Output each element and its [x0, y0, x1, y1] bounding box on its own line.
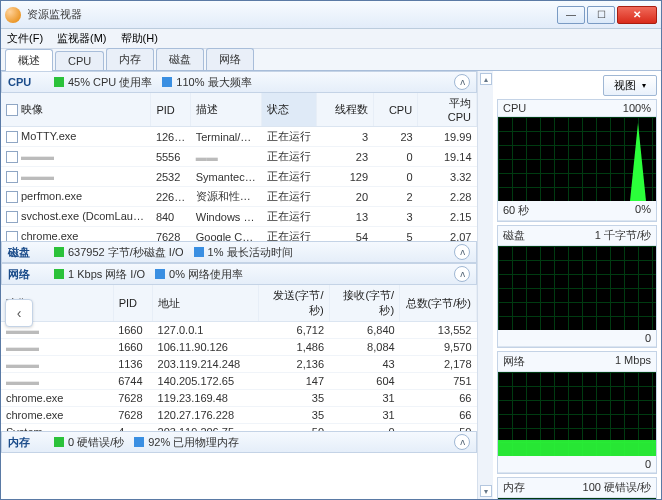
back-arrow-icon[interactable]: ‹: [5, 299, 33, 327]
cpu-section-header[interactable]: CPU 45% CPU 使用率 110% 最大频率 ʌ: [1, 71, 477, 93]
table-row[interactable]: ▬▬▬2532Symantec…正在运行12903.32: [1, 167, 477, 187]
chart-memory: 内存100 硬错误/秒: [497, 477, 657, 500]
app-icon: [5, 7, 21, 23]
col-pid[interactable]: PID: [151, 93, 191, 127]
square-icon: [54, 77, 64, 87]
menu-help[interactable]: 帮助(H): [121, 31, 158, 46]
cpu-usage-stat: 45% CPU 使用率: [54, 75, 152, 90]
menu-file[interactable]: 文件(F): [7, 31, 43, 46]
checkbox[interactable]: [6, 191, 18, 203]
tab-network[interactable]: 网络: [206, 48, 254, 70]
cpu-title: CPU: [8, 76, 44, 88]
scroll-up-icon[interactable]: ▴: [480, 73, 492, 85]
table-row[interactable]: ▬▬▬5556▬▬正在运行23019.14: [1, 147, 477, 167]
table-row[interactable]: System4203.119.206.7550050: [1, 424, 477, 432]
col-recv[interactable]: 接收(字节/秒): [329, 285, 400, 322]
checkbox[interactable]: [6, 211, 18, 223]
disk-active-stat: 1% 最长活动时间: [194, 245, 293, 260]
chevron-up-icon[interactable]: ʌ: [454, 434, 470, 450]
table-row[interactable]: chrome.exe7628Google C…正在运行5452.07: [1, 227, 477, 242]
col-desc[interactable]: 描述: [191, 93, 262, 127]
col-total[interactable]: 总数(字节/秒): [400, 285, 477, 322]
col-image[interactable]: 映像: [1, 93, 151, 127]
scroll-down-icon[interactable]: ▾: [480, 485, 492, 497]
square-icon: [54, 269, 64, 279]
col-send[interactable]: 发送(字节/秒): [258, 285, 329, 322]
chevron-up-icon[interactable]: ʌ: [454, 74, 470, 90]
disk-io-stat: 637952 字节/秒磁盘 I/O: [54, 245, 184, 260]
table-row[interactable]: MoTTY.exe126…Terminal/…正在运行32319.99: [1, 127, 477, 147]
mem-section-header[interactable]: 内存 0 硬错误/秒 92% 已用物理内存 ʌ: [1, 431, 477, 453]
maximize-button[interactable]: ☐: [587, 6, 615, 24]
table-row[interactable]: chrome.exe7628119.23.169.48353166: [1, 390, 477, 407]
table-row[interactable]: svchost.exe (DcomLau…840Windows …正在运行133…: [1, 207, 477, 227]
net-use-stat: 0% 网络使用率: [155, 267, 243, 282]
chevron-up-icon[interactable]: ʌ: [454, 266, 470, 282]
content: CPU 45% CPU 使用率 110% 最大频率 ʌ 映像 PID 描述 状态…: [1, 71, 661, 499]
net-table: 映像 PID 地址 发送(字节/秒) 接收(字节/秒) 总数(字节/秒) ▬▬▬…: [1, 285, 477, 431]
disk-title: 磁盘: [8, 245, 44, 260]
chart-network: 网络1 Mbps 0: [497, 351, 657, 474]
col-cpu[interactable]: CPU: [373, 93, 418, 127]
checkbox[interactable]: [6, 171, 18, 183]
checkbox[interactable]: [6, 104, 18, 116]
tab-disk[interactable]: 磁盘: [156, 48, 204, 70]
mem-title: 内存: [8, 435, 44, 450]
table-row[interactable]: ▬▬▬1136203.119.214.2482,136432,178: [1, 356, 477, 373]
square-icon: [162, 77, 172, 87]
col-pid[interactable]: PID: [113, 285, 152, 322]
table-row[interactable]: ▬▬▬1660127.0.0.16,7126,84013,552: [1, 322, 477, 339]
square-icon: [155, 269, 165, 279]
chevron-down-icon: ▾: [642, 81, 646, 90]
tab-overview[interactable]: 概述: [5, 49, 53, 71]
chevron-up-icon[interactable]: ʌ: [454, 244, 470, 260]
col-addr[interactable]: 地址: [153, 285, 259, 322]
table-row[interactable]: chrome.exe7628120.27.176.228353166: [1, 407, 477, 424]
mem-used-stat: 92% 已用物理内存: [134, 435, 239, 450]
titlebar: 资源监视器 — ☐ ✕: [1, 1, 661, 29]
close-button[interactable]: ✕: [617, 6, 657, 24]
disk-section-header[interactable]: 磁盘 637952 字节/秒磁盘 I/O 1% 最长活动时间 ʌ: [1, 241, 477, 263]
minimize-button[interactable]: —: [557, 6, 585, 24]
checkbox[interactable]: [6, 151, 18, 163]
net-section-header[interactable]: 网络 1 Kbps 网络 I/O 0% 网络使用率 ʌ: [1, 263, 477, 285]
vertical-scrollbar[interactable]: ▴ ▾: [477, 71, 493, 499]
square-icon: [54, 247, 64, 257]
tabbar: 概述 CPU 内存 磁盘 网络: [1, 49, 661, 71]
window-title: 资源监视器: [27, 7, 557, 22]
mem-fault-stat: 0 硬错误/秒: [54, 435, 124, 450]
tab-memory[interactable]: 内存: [106, 48, 154, 70]
checkbox[interactable]: [6, 231, 18, 241]
tab-cpu[interactable]: CPU: [55, 51, 104, 70]
cpu-freq-stat: 110% 最大频率: [162, 75, 251, 90]
chart-cpu: CPU100% 60 秒0%: [497, 99, 657, 222]
net-title: 网络: [8, 267, 44, 282]
table-row[interactable]: ▬▬▬1660106.11.90.1261,4868,0849,570: [1, 339, 477, 356]
net-io-stat: 1 Kbps 网络 I/O: [54, 267, 145, 282]
col-status[interactable]: 状态: [262, 93, 317, 127]
table-row[interactable]: perfmon.exe226…资源和性…正在运行2022.28: [1, 187, 477, 207]
square-icon: [194, 247, 204, 257]
chart-disk: 磁盘1 千字节/秒 0: [497, 225, 657, 348]
menubar: 文件(F) 监视器(M) 帮助(H): [1, 29, 661, 49]
checkbox[interactable]: [6, 131, 18, 143]
square-icon: [134, 437, 144, 447]
view-button[interactable]: 视图▾: [603, 75, 657, 96]
table-row[interactable]: ▬▬▬6744140.205.172.65147604751: [1, 373, 477, 390]
col-avg[interactable]: 平均 CPU: [418, 93, 477, 127]
square-icon: [54, 437, 64, 447]
menu-monitor[interactable]: 监视器(M): [57, 31, 107, 46]
window-controls: — ☐ ✕: [557, 6, 657, 24]
cpu-table: 映像 PID 描述 状态 线程数 CPU 平均 CPU MoTTY.exe126…: [1, 93, 477, 241]
col-threads[interactable]: 线程数: [316, 93, 373, 127]
charts-panel: 视图▾ CPU100% 60 秒0% 磁盘1 千字节/秒 0 网络1 Mbps …: [493, 71, 661, 499]
